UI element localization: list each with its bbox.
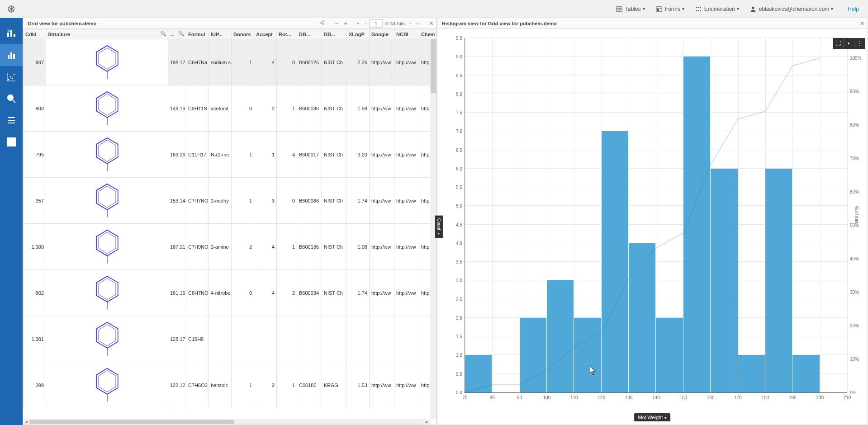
col-ncbi[interactable]: NCBI [394, 29, 419, 39]
last-page-button[interactable]: » [413, 21, 422, 26]
svg-point-31 [8, 95, 13, 100]
histogram-bar[interactable] [738, 355, 765, 392]
histogram-bar[interactable] [520, 318, 546, 392]
histogram-bar[interactable] [574, 318, 601, 392]
chart-menu[interactable]: ⋮ [854, 38, 865, 49]
col-rotatable[interactable]: Rot... [277, 29, 297, 39]
cell-cdid: 795 [24, 132, 46, 178]
histogram-bar[interactable] [629, 243, 655, 392]
sidebar-item-list[interactable] [0, 109, 23, 131]
sidebar-item-dashboard[interactable] [0, 23, 23, 44]
svg-rect-20 [14, 34, 15, 37]
sidebar-item-search[interactable] [0, 88, 23, 109]
grid-close-button[interactable]: ✕ [426, 20, 436, 27]
first-page-button[interactable]: « [354, 21, 362, 26]
histogram-bar[interactable] [602, 131, 628, 392]
x-tick-label: 150 [679, 395, 687, 400]
horizontal-scrollbar[interactable]: ◄ ► [23, 419, 430, 425]
col-iupac[interactable]: IUP... [209, 29, 232, 39]
sidebar-item-scatter[interactable] [0, 66, 23, 88]
y-tick-label: 3.0 [456, 278, 462, 283]
histogram-bar[interactable] [683, 57, 710, 392]
chart-select-tool[interactable]: ⛶ [833, 38, 844, 49]
cell-structure[interactable] [46, 132, 168, 178]
table-row[interactable]: 957153.14C7H7NO2-methy130B600086NIST Ch1… [24, 178, 436, 224]
menu-user[interactable]: eblaskovics@chemaxon.com▾ [745, 0, 839, 18]
x-tick-label: 110 [570, 395, 578, 400]
histogram-bar[interactable] [711, 169, 737, 392]
cell-structure[interactable] [46, 362, 168, 408]
histogram-bar[interactable] [465, 355, 492, 392]
cell-acceptors: 3 [254, 178, 277, 224]
scroll-right-arrow[interactable]: ► [424, 419, 430, 425]
menu-enumeration[interactable]: Enumeration▾ [690, 0, 745, 18]
x-tick-label: 200 [816, 395, 824, 400]
chart-dropdown[interactable]: ▾ [844, 38, 854, 49]
col-blank[interactable]: ...🔍 [168, 29, 186, 39]
page-input[interactable] [369, 19, 383, 28]
col-google[interactable]: Google [370, 29, 394, 39]
cell-molweight: 122.12 [168, 362, 186, 408]
menu-forms[interactable]: Forms▾ [650, 0, 690, 18]
sidebar-item-histogram[interactable] [0, 44, 23, 66]
table-row[interactable]: 399122.12C7H6O2benzoic121C00180KEGG1.53h… [24, 362, 436, 408]
cell-cdid: 1,001 [24, 316, 46, 362]
col-db2[interactable]: DB... [322, 29, 347, 39]
sidebar-item-network[interactable] [0, 131, 23, 153]
search-icon[interactable]: 🔍 [178, 31, 185, 37]
col-structure[interactable]: Structure🔍 [46, 29, 168, 39]
x-tick-label: 80 [490, 395, 495, 400]
col-chem[interactable]: Chem [419, 29, 436, 39]
share-icon[interactable] [317, 20, 327, 27]
scroll-left-arrow[interactable]: ◄ [23, 419, 29, 425]
y-tick-label: 2.0 [456, 315, 462, 320]
cell-structure[interactable] [46, 85, 168, 132]
cell-rotatable [277, 316, 297, 362]
col-cdid[interactable]: CdId [24, 29, 46, 39]
histogram-bar[interactable] [765, 169, 792, 392]
table-row[interactable]: 1,000187.21C7H9NO2-amino241B600136NIST C… [24, 224, 436, 270]
table-row[interactable]: 987198.17C6H7Nasodium s140B600125NIST Ch… [24, 39, 436, 85]
cell-rotatable: 0 [277, 39, 297, 85]
next-page-button[interactable]: › [407, 21, 413, 26]
menu-tables[interactable]: Tables▾ [611, 0, 650, 18]
histogram-bar[interactable] [792, 355, 819, 392]
x-tick-label: 130 [625, 395, 633, 400]
svg-marker-49 [96, 138, 118, 164]
prev-page-button[interactable]: ‹ [362, 21, 369, 26]
cell-structure[interactable] [46, 316, 168, 362]
help-link[interactable]: Help [839, 0, 868, 18]
histogram-bar[interactable] [547, 280, 574, 392]
x-tick-label: 70 [462, 395, 467, 400]
cell-rotatable: 1 [277, 362, 297, 408]
col-acceptors[interactable]: Accept [254, 29, 277, 39]
histogram-bar[interactable] [656, 318, 683, 392]
cell-cdid: 802 [24, 270, 46, 316]
table-row[interactable]: 1,001128.17C10H8 [24, 316, 436, 362]
cell-structure[interactable] [46, 39, 168, 85]
zoom-out-button[interactable]: − [332, 20, 341, 27]
x-axis-label[interactable]: Mol Weight▾ [634, 413, 670, 421]
cell-google: http://ww [370, 39, 394, 85]
zoom-in-button[interactable]: + [341, 20, 350, 27]
hist-close-button[interactable]: ✕ [857, 20, 868, 27]
y-axis-label[interactable]: Count▸ [435, 215, 443, 238]
cell-xlogp: 1.74 [347, 178, 370, 224]
table-row[interactable]: 808149.19C9H11Nacetonit021B600036NIST Ch… [24, 85, 436, 132]
y-tick-label: 0.5 [456, 371, 462, 376]
chart-area[interactable]: % of total 70809010011012013014015016017… [465, 38, 847, 393]
table-row[interactable]: 802181.15C8H7NO4-nitrobe042B600034NIST C… [24, 270, 436, 316]
cell-structure[interactable] [46, 270, 168, 316]
cell-structure[interactable] [46, 224, 168, 270]
table-row[interactable]: 795163.26C11H17N-(2-me114B600017NIST Ch3… [24, 132, 436, 178]
search-icon[interactable]: 🔍 [160, 31, 166, 37]
y2-tick-label: 60% [850, 189, 859, 194]
cell-structure[interactable] [46, 178, 168, 224]
y2-axis-label: % of total [854, 206, 859, 225]
col-donors[interactable]: Donors [232, 29, 254, 39]
col-db1[interactable]: DB... [297, 29, 322, 39]
col-xlogp[interactable]: XLogP [347, 29, 370, 39]
col-formula[interactable]: Formul [186, 29, 209, 39]
y-tick-label: 7.5 [456, 110, 462, 115]
cell-formula: C7H7NO [186, 178, 209, 224]
